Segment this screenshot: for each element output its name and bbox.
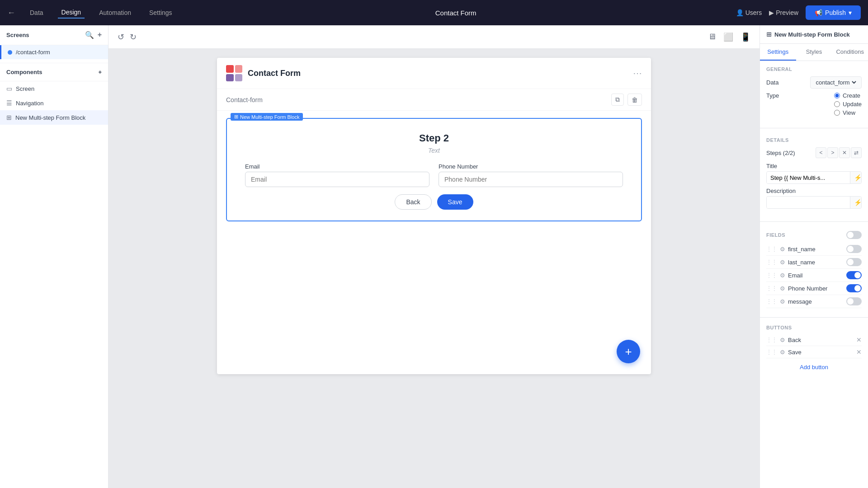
field-gear-icon[interactable]: ⚙ xyxy=(780,298,785,305)
desc-bolt-icon[interactable]: ⚡ xyxy=(850,197,862,208)
field-gear-icon[interactable]: ⚙ xyxy=(780,285,785,292)
field-gear-icon[interactable]: ⚙ xyxy=(780,246,785,253)
canvas-toolbar: ↺ ↻ 🖥 ⬜ 📱 xyxy=(108,25,760,49)
first-name-toggle[interactable] xyxy=(846,245,862,253)
tablet-view-button[interactable]: ⬜ xyxy=(722,30,735,44)
desc-input[interactable] xyxy=(767,197,850,208)
remove-back-button[interactable]: ✕ xyxy=(856,336,862,343)
phone-label: Phone Number xyxy=(439,163,623,170)
nav-design[interactable]: Design xyxy=(58,7,85,19)
steps-row: Steps (2/2) < > ✕ ⇄ xyxy=(766,147,862,158)
general-section: GENERAL Data contact_form Type Create xyxy=(760,61,868,124)
message-toggle[interactable] xyxy=(846,297,862,305)
users-link[interactable]: 👤 Users xyxy=(736,9,762,16)
desc-label-row: Description xyxy=(766,188,862,194)
field-message: ⋮⋮ ⚙ message xyxy=(766,295,862,308)
field-name-label: Email xyxy=(788,272,844,279)
frame-logo xyxy=(226,65,242,81)
drag-handle-icon[interactable]: ⋮⋮ xyxy=(766,246,777,252)
field-gear-icon[interactable]: ⚙ xyxy=(780,259,785,266)
left-sidebar: Screens 🔍 + /contact-form Components + ▭… xyxy=(0,25,108,488)
drag-handle-icon[interactable]: ⋮⋮ xyxy=(766,272,777,278)
fields-title: Fields xyxy=(766,232,785,238)
mobile-view-button[interactable]: 📱 xyxy=(739,30,752,44)
step-share-button[interactable]: ⇄ xyxy=(851,147,862,158)
back-button[interactable]: ← xyxy=(7,8,15,18)
copy-button[interactable]: ⧉ xyxy=(611,94,624,106)
redo-button[interactable]: ↻ xyxy=(128,30,138,44)
button-name-label: Save xyxy=(788,349,854,356)
last-name-toggle[interactable] xyxy=(846,258,862,266)
phone-field-group: Phone Number xyxy=(439,163,623,187)
title-bolt-icon[interactable]: ⚡ xyxy=(850,172,862,183)
add-screen-icon[interactable]: + xyxy=(98,31,102,39)
nav-settings[interactable]: Settings xyxy=(146,7,176,18)
screen-comp-icon: ▭ xyxy=(6,85,12,92)
data-label: Data xyxy=(766,79,810,86)
button-gear-icon[interactable]: ⚙ xyxy=(780,349,785,356)
desktop-view-button[interactable]: 🖥 xyxy=(706,30,718,44)
tab-conditions[interactable]: Conditions xyxy=(832,44,868,61)
right-sidebar: ⊞ New Multi-step Form Block Settings Sty… xyxy=(760,25,868,488)
type-update[interactable]: Update xyxy=(834,101,862,108)
button-gear-icon[interactable]: ⚙ xyxy=(780,337,785,343)
data-value-select[interactable]: contact_form xyxy=(810,76,862,89)
drag-handle-icon[interactable]: ⋮⋮ xyxy=(766,259,777,265)
type-options: Create Update View xyxy=(834,92,862,116)
component-multistep-form[interactable]: ⊞ New Multi-step Form Block xyxy=(0,110,108,125)
step-next-button[interactable]: > xyxy=(827,147,838,158)
components-header: Components + xyxy=(0,63,108,81)
email-toggle[interactable] xyxy=(846,271,862,279)
phone-toggle[interactable] xyxy=(846,284,862,292)
nav-automation[interactable]: Automation xyxy=(95,7,135,18)
component-screen[interactable]: ▭ Screen xyxy=(0,81,108,96)
drag-handle-icon[interactable]: ⋮⋮ xyxy=(766,298,777,305)
preview-link[interactable]: ▶ Preview xyxy=(769,9,798,16)
title-input[interactable] xyxy=(767,172,850,183)
frame-options-icon[interactable]: ⋯ xyxy=(633,68,642,79)
field-first-name: ⋮⋮ ⚙ first_name xyxy=(766,243,862,256)
field-gear-icon[interactable]: ⚙ xyxy=(780,272,785,279)
email-input[interactable] xyxy=(245,172,429,187)
search-icon[interactable]: 🔍 xyxy=(85,31,94,39)
drag-handle-icon[interactable]: ⋮⋮ xyxy=(766,349,777,355)
form-block-wrapper: ⊞ New Multi-step Form Block Step 2 Text … xyxy=(226,118,642,221)
save-form-button[interactable]: Save xyxy=(437,194,473,210)
step-prev-button[interactable]: < xyxy=(816,147,826,158)
nav-data[interactable]: Data xyxy=(26,7,47,18)
type-view[interactable]: View xyxy=(834,109,862,116)
step-close-button[interactable]: ✕ xyxy=(839,147,850,158)
publish-button[interactable]: 📢 Publish ▾ xyxy=(806,5,861,20)
delete-button[interactable]: 🗑 xyxy=(627,94,642,106)
title-label-row: Title xyxy=(766,163,862,169)
add-button-link[interactable]: Add button xyxy=(800,364,828,371)
remove-save-button[interactable]: ✕ xyxy=(856,348,862,356)
details-title: DETAILS xyxy=(766,137,862,143)
right-actions: 👤 Users ▶ Preview 📢 Publish ▾ xyxy=(736,5,861,20)
phone-input[interactable] xyxy=(439,172,623,187)
type-create[interactable]: Create xyxy=(834,92,862,99)
canvas-area: ↺ ↻ 🖥 ⬜ 📱 Contact Form ⋯ xyxy=(108,25,760,488)
form-buttons: Back Save xyxy=(245,194,623,210)
preview-icon: ▶ xyxy=(769,9,774,16)
component-navigation[interactable]: ☰ Navigation xyxy=(0,96,108,110)
form-header-icon: ⊞ xyxy=(766,31,772,38)
desc-field-label: Description xyxy=(766,188,862,194)
drag-handle-icon[interactable]: ⋮⋮ xyxy=(766,337,777,343)
drag-handle-icon[interactable]: ⋮⋮ xyxy=(766,285,777,291)
field-last-name: ⋮⋮ ⚙ last_name xyxy=(766,256,862,269)
top-nav: ← Data Design Automation Settings Contac… xyxy=(0,0,868,25)
add-component-icon[interactable]: + xyxy=(98,69,102,75)
canvas-scroll: Contact Form ⋯ Contact-form ⧉ 🗑 ⊞ New Mu… xyxy=(108,49,760,488)
tab-settings[interactable]: Settings xyxy=(760,44,796,61)
data-select[interactable]: contact_form xyxy=(814,79,858,86)
right-sidebar-header: ⊞ New Multi-step Form Block xyxy=(760,25,868,44)
fields-master-toggle[interactable] xyxy=(846,231,862,239)
back-form-button[interactable]: Back xyxy=(395,194,431,210)
steps-label: Steps (2/2) xyxy=(766,150,814,156)
undo-button[interactable]: ↺ xyxy=(116,30,126,44)
tab-styles[interactable]: Styles xyxy=(796,44,832,61)
fab-button[interactable]: + xyxy=(617,340,640,363)
canvas-frame: Contact Form ⋯ Contact-form ⧉ 🗑 ⊞ New Mu… xyxy=(217,58,651,374)
screen-item-contact-form[interactable]: /contact-form xyxy=(0,45,108,59)
